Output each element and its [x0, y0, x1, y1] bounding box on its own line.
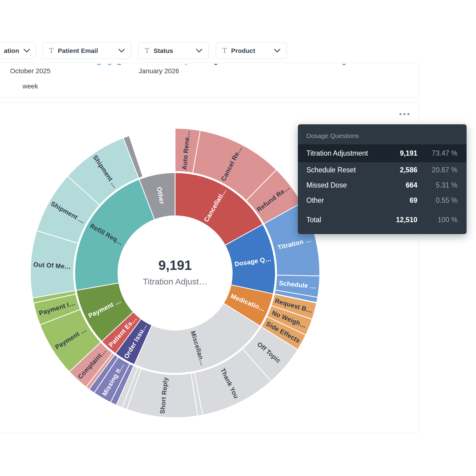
tooltip-row-pct: 0.55 %: [417, 196, 457, 205]
tooltip-row-pct: 20.67 %: [417, 166, 457, 174]
tooltip-row-label: Missed Dose: [306, 181, 378, 189]
chart-tooltip: Dosage Questions Titration Adjustment9,1…: [298, 124, 467, 234]
tooltip-row-label: Titration Adjustment: [306, 149, 378, 157]
tooltip-total-row: Total 12,510 100 %: [298, 212, 467, 227]
tooltip-row-label: Other: [306, 196, 378, 205]
tooltip-total-pct: 100 %: [417, 216, 457, 224]
tooltip-row: Schedule Reset2,58620.67 %: [298, 162, 467, 178]
sunburst-center-label: Titration Adjust…: [143, 277, 207, 286]
tooltip-row: Missed Dose6645.31 %: [298, 178, 467, 193]
sunburst-center-value: 9,191: [158, 258, 192, 273]
tooltip-row-value: 69: [378, 196, 417, 205]
tooltip-row-value: 9,191: [378, 149, 417, 157]
sunburst-chart: Cancellati…Dosage Q…Medicatio…Miscellan……: [0, 0, 476, 476]
tooltip-total-label: Total: [306, 216, 378, 224]
tooltip-row-value: 664: [378, 181, 417, 189]
tooltip-row: Other690.55 %: [298, 193, 467, 208]
tooltip-row-pct: 5.31 %: [417, 181, 457, 189]
tooltip-row-label: Schedule Reset: [306, 166, 378, 174]
tooltip-total-value: 12,510: [378, 216, 417, 224]
tooltip-title: Dosage Questions: [298, 124, 467, 144]
tooltip-row-value: 2,586: [378, 166, 417, 174]
tooltip-row: Titration Adjustment9,19173.47 %: [298, 144, 467, 162]
tooltip-row-pct: 73.47 %: [417, 149, 457, 157]
